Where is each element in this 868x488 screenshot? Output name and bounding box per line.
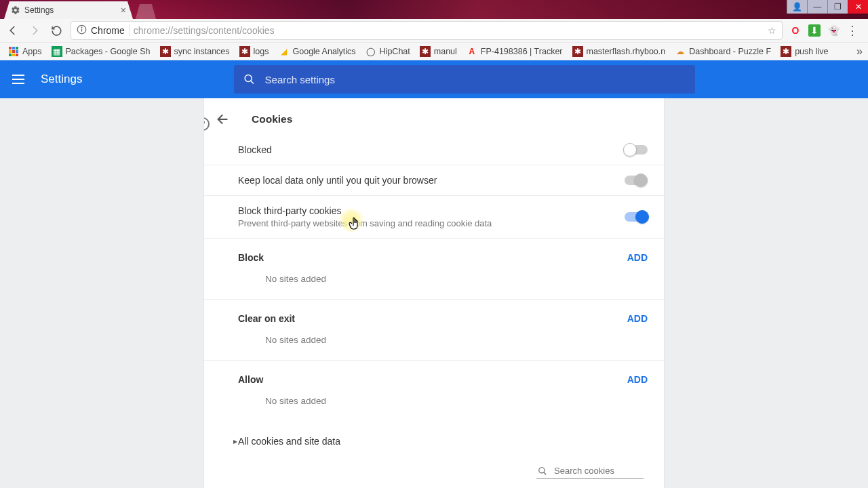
bookmark-item[interactable]: ▦Packages - Google Sh [49,45,153,58]
toggle-third-party[interactable] [625,212,648,222]
all-cookies-label: All cookies and site data [238,436,340,447]
search-cookies-input[interactable] [554,466,642,476]
browser-menu-icon[interactable]: ⋮ [846,24,859,37]
allow-empty: No sites added [204,389,664,421]
omnibox-url: chrome://settings/content/cookies [134,25,275,36]
settings-title: Settings [41,73,82,86]
svg-rect-9 [9,54,12,56]
panel-header: Cookies [204,98,664,135]
bookmark-label: masterflash.rhyboo.n [587,47,666,56]
row-keep-local: ▸ Keep local data only until you quit yo… [204,165,664,196]
section-title: Block [238,252,264,263]
window-close-button[interactable]: ✕ [848,0,868,14]
back-arrow-icon[interactable] [208,112,238,127]
bookmark-item[interactable]: ✱logs [237,45,272,58]
gear-icon [11,5,20,15]
bookmark-item[interactable]: ✱masterflash.rhyboo.n [570,45,669,58]
svg-line-15 [544,472,547,474]
browser-chrome: Settings × 👤 — ❐ ✕ Chrome chrome://setti… [0,0,868,60]
row-all-cookies[interactable]: ▸ All cookies and site data [204,421,664,453]
bookmark-item[interactable]: ✱manul [417,45,460,58]
svg-line-13 [251,81,254,83]
browser-tab-settings[interactable]: Settings × [4,1,133,19]
bookmark-item[interactable]: ◢Google Analytics [276,45,359,58]
svg-rect-5 [16,47,18,49]
ext-opera-icon[interactable]: O [789,24,802,37]
tab-strip: Settings × 👤 — ❐ ✕ [0,0,868,19]
window-controls: 👤 — ❐ ✕ [787,0,868,14]
tab-title: Settings [24,5,54,15]
favicon-icon: ✱ [572,46,583,57]
svg-point-14 [539,467,545,472]
bookmark-apps[interactable]: Apps [5,45,45,58]
section-title: Allow [238,374,263,385]
new-tab-button[interactable] [136,4,156,19]
svg-rect-4 [12,47,15,49]
cookies-panel: ? Cookies ▸ Blocked ▸ Keep local data on… [203,98,665,488]
bookmark-label: sync instances [174,47,230,56]
svg-rect-6 [9,50,12,53]
svg-point-1 [81,27,83,28]
bookmark-item[interactable]: AFP-4198386 | Tracker [464,45,566,58]
svg-rect-11 [16,54,18,56]
search-icon [538,466,547,476]
bookmark-label: Packages - Google Sh [66,47,151,56]
add-clear-button[interactable]: ADD [627,313,648,324]
bookmark-label: Dashboard - Puzzle F [689,47,771,56]
search-cookies[interactable] [536,464,644,479]
bookmark-label: manul [434,47,457,56]
bookmark-item[interactable]: ◯HipChat [363,45,413,58]
search-settings-input[interactable] [265,74,686,85]
bookmark-label: HipChat [380,47,410,56]
omnibox-divider [129,24,130,37]
svg-rect-7 [12,50,15,53]
section-title: Clear on exit [238,313,295,324]
svg-rect-3 [9,47,12,49]
bookmark-label: Apps [22,47,42,56]
page-content: Settings ? Cookies ▸ Blocked ▸ Ke [0,60,868,488]
forward-button[interactable] [27,24,42,37]
tab-close-icon[interactable]: × [121,5,126,16]
bookmark-item[interactable]: ✱push live [778,45,831,58]
ext-ghostery-icon[interactable]: 👻 [827,24,840,37]
favicon-icon: ✱ [420,46,431,57]
bookmark-item[interactable]: ☁Dashboard - Puzzle F [672,45,774,58]
apps-icon [8,46,19,57]
settings-body: ? Cookies ▸ Blocked ▸ Keep local data on… [0,98,868,488]
menu-icon[interactable] [12,75,24,84]
page-title: Cookies [252,113,292,125]
add-allow-button[interactable]: ADD [627,374,648,385]
favicon-icon: ✱ [239,46,250,57]
ext-idm-icon[interactable]: ⬇ [808,24,821,37]
omnibox[interactable]: Chrome chrome://settings/content/cookies… [71,21,783,40]
svg-rect-2 [81,28,82,31]
row-sublabel: Prevent third-party websites from saving… [238,218,492,228]
back-button[interactable] [5,24,20,37]
reload-button[interactable] [49,25,64,37]
svg-rect-10 [12,54,15,56]
row-label: Blocked [238,144,272,155]
window-maximize-button[interactable]: ❐ [827,0,848,14]
section-allow: ▸ Allow ADD [204,361,664,389]
analytics-icon: ◢ [279,46,290,57]
bookmark-label: push live [795,47,828,56]
site-info-icon[interactable] [77,24,87,37]
block-empty: No sites added [204,267,664,300]
add-block-button[interactable]: ADD [627,252,648,263]
search-settings[interactable] [234,65,695,94]
extension-icons: O ⬇ 👻 ⋮ [789,24,863,37]
section-block: ▸ Block ADD [204,239,664,267]
toggle-blocked[interactable] [625,145,648,155]
window-user-button[interactable]: 👤 [787,0,807,14]
bookmark-star-icon[interactable]: ☆ [768,25,776,36]
settings-header: Settings [0,60,868,98]
search-icon [243,73,255,85]
window-minimize-button[interactable]: — [807,0,827,14]
toggle-keep-local[interactable] [625,176,648,185]
adobe-icon: A [467,46,477,57]
clear-empty: No sites added [204,328,664,361]
section-clear-on-exit: ▸ Clear on exit ADD [204,300,664,328]
bookmark-label: FP-4198386 | Tracker [481,47,563,56]
bookmark-item[interactable]: ✱sync instances [157,45,233,58]
bookmarks-overflow-icon[interactable]: » [856,45,863,58]
